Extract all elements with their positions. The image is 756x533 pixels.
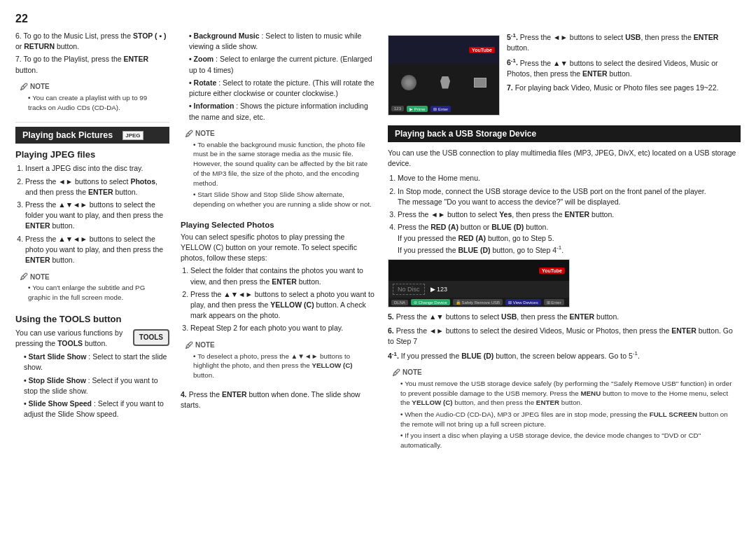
usb-header: Playing back a USB Storage Device (388, 125, 741, 142)
step-61-text: 6-1. Press the ▲▼ buttons to select the … (507, 57, 741, 79)
step-2: Press the ◄► buttons to select Photos, a… (25, 176, 169, 198)
status-2: ▶ Prime (407, 106, 428, 112)
status-change: ⊘ Change Device (411, 299, 450, 305)
step-3: Press the ▲▼◄► buttons to select the fol… (25, 200, 169, 232)
note-label-mid-2: 🖊 NOTE (185, 340, 372, 350)
note-list-right: You must remove the USB storage device s… (392, 379, 736, 450)
note-list-2: You can't enlarge the subtitle and PG gr… (20, 283, 165, 302)
middle-column: Background Music : Select to listen to m… (181, 31, 377, 459)
note-mid-item-2: Start Slide Show and Stop Slide Show alt… (193, 190, 372, 209)
status-enter2: ⊞ Enter (544, 299, 564, 305)
tools-title: Using the TOOLS button (15, 314, 169, 324)
sel-step-3: Repeat Step 2 for each photo you want to… (190, 323, 377, 333)
note-icon-mid-1: 🖊 (185, 129, 193, 139)
intro-item-7: 7. To go to the Playlist, press the ENTE… (15, 54, 169, 75)
information-item: Information : Shows the picture informat… (189, 101, 377, 122)
sel-step-2: Press the ▲▼◄► buttons to select a photo… (190, 289, 377, 321)
note-item-2: You can't enlarge the subtitle and PG gr… (28, 283, 165, 302)
jpeg-icon: JPEG (122, 131, 143, 140)
note-right-item-2: When the Audio-CD (CD-DA), MP3 or JPEG f… (400, 410, 736, 429)
card-icon (474, 78, 486, 88)
page-container: 22 6. To go to the Music List, press the… (15, 13, 741, 459)
screenshot-mid-top (388, 64, 499, 102)
step4-text: 4. Press the ENTER button when done. The… (181, 389, 377, 410)
card-group (474, 78, 486, 89)
screenshot-box-top: YouTube (388, 35, 500, 116)
top-right-steps: 5-1. Press the ◄► buttons to select USB,… (507, 31, 741, 120)
note-box-mid-2: 🖊 NOTE To deselect a photo, press the ▲▼… (181, 338, 377, 386)
usb-icon (440, 76, 450, 89)
playing-back-header: Playing back Pictures JPEG (15, 127, 169, 144)
screenshot-bottom-mid: DLNA ⊘ Change Device 🔒 Safely Remove USB… (388, 298, 569, 307)
youtube-badge-mid: YouTube (539, 268, 565, 274)
disc-icon (401, 75, 416, 90)
tools-desc: You can use various functions by pressin… (15, 328, 169, 349)
status-dlna: DLNA (391, 300, 408, 305)
right-column: YouTube (388, 31, 741, 459)
usb-step-3: Press the ◄► button to select Yes, then … (398, 209, 741, 220)
left-column: 6. To go to the Music List, press the ST… (15, 31, 169, 459)
status-3: ⊞ Enter (430, 106, 451, 112)
rotate-item: Rotate : Select to rotate the picture. (… (189, 78, 377, 99)
top-right-area: YouTube (388, 31, 741, 120)
usb-step41-text: 4-1. If you pressed the BLUE (D) button,… (388, 349, 741, 361)
step-1: Insert a JPEG disc into the disc tray. (25, 163, 169, 174)
stop-slide-show-item: Stop Slide Show : Select if you want to … (24, 375, 169, 396)
playing-back-label: Playing back Pictures (22, 130, 113, 140)
note-label-1: 🖊 NOTE (20, 82, 165, 92)
disc-group (401, 75, 416, 92)
note-icon-2: 🖊 (20, 272, 28, 282)
zoom-item: Zoom : Select to enlarge the current pic… (189, 54, 377, 75)
note-box-right: 🖊 NOTE You must remove the USB storage d… (388, 365, 741, 456)
mid-bullet-list: Background Music : Select to listen to m… (181, 31, 377, 123)
step-7-text: 7. For playing back Video, Music or Phot… (507, 83, 741, 93)
note-right-item-3: If you insert a disc when playing a USB … (400, 431, 736, 450)
divider-1 (15, 122, 169, 123)
note-icon-mid-2: 🖊 (185, 340, 193, 350)
playing-selected-title: Playing Selected Photos (181, 221, 377, 229)
screenshot-box-mid: YouTube No Disc ▶ 123 DLNA ⊘ Change Devi… (388, 259, 570, 307)
note-mid-item-1: To enable the background music function,… (193, 140, 372, 188)
main-columns: 6. To go to the Music List, press the ST… (15, 31, 741, 459)
screenshot-bottom-top: 123 ▶ Prime ⊞ Enter (388, 102, 499, 115)
youtube-badge: YouTube (469, 47, 495, 53)
note-icon-1: 🖊 (20, 82, 28, 92)
usb-group (440, 76, 450, 90)
note-list-mid-1: To enable the background music function,… (185, 140, 372, 209)
no-disc-label: No Disc (393, 284, 425, 295)
note-list-mid-2: To deselect a photo, press the ▲▼◄► butt… (185, 352, 372, 380)
note-mid-item-3: To deselect a photo, press the ▲▼◄► butt… (193, 352, 372, 380)
disc-number: ▶ 123 (430, 286, 448, 293)
selected-steps-list: Select the folder that contains the phot… (181, 265, 377, 333)
bg-music-item: Background Music : Select to listen to m… (189, 31, 377, 52)
screenshot-top-mid: YouTube (388, 260, 569, 281)
note-box-2: 🖊 NOTE You can't enlarge the subtitle an… (15, 269, 169, 307)
start-slide-show-item: Start Slide Show : Select to start the s… (24, 352, 169, 373)
note-list-1: You can create a playlist with up to 99 … (20, 93, 165, 112)
screenshot-no-disc: No Disc ▶ 123 (388, 281, 569, 298)
top-right-screenshot-area: YouTube (388, 31, 500, 120)
intro-item-6: 6. To go to the Music List, press the ST… (15, 31, 169, 52)
usb-step-1: Move to the Home menu. (398, 173, 741, 184)
playing-jpeg-steps: Insert a JPEG disc into the disc tray. P… (15, 163, 169, 265)
note-box-1: 🖊 NOTE You can create a playlist with up… (15, 79, 169, 118)
note-label-2: 🖊 NOTE (20, 272, 165, 282)
step-51-text: 5-1. Press the ◄► buttons to select USB,… (507, 31, 741, 53)
tools-button-icon: TOOLS (133, 329, 169, 347)
tools-bullet-list: Start Slide Show : Select to start the s… (15, 352, 169, 420)
item7-label: 7. (15, 55, 22, 63)
usb-step5-text: 5. Press the ▲▼ buttons to select USB, t… (388, 312, 741, 322)
usb-step-2: In Stop mode, connect the USB storage de… (398, 186, 741, 207)
note-item-1: You can create a playlist with up to 99 … (28, 93, 165, 112)
item6-label: 6. (15, 32, 22, 40)
screenshot-top: YouTube (388, 36, 499, 64)
page-number-top: 22 (15, 13, 741, 25)
note-right-item-1: You must remove the USB storage device s… (400, 379, 736, 408)
status-1: 123 (391, 106, 404, 111)
usb-header-text: Playing back a USB Storage Device (395, 129, 536, 139)
usb-desc: You can use the USB connection to play m… (388, 148, 741, 169)
status-safely: 🔒 Safely Remove USB (453, 299, 503, 305)
slide-show-speed-item: Slide Show Speed : Select if you want to… (24, 399, 169, 420)
note-label-right: 🖊 NOTE (392, 368, 736, 378)
usb-step-4: Press the RED (A) button or BLUE (D) but… (398, 222, 741, 255)
